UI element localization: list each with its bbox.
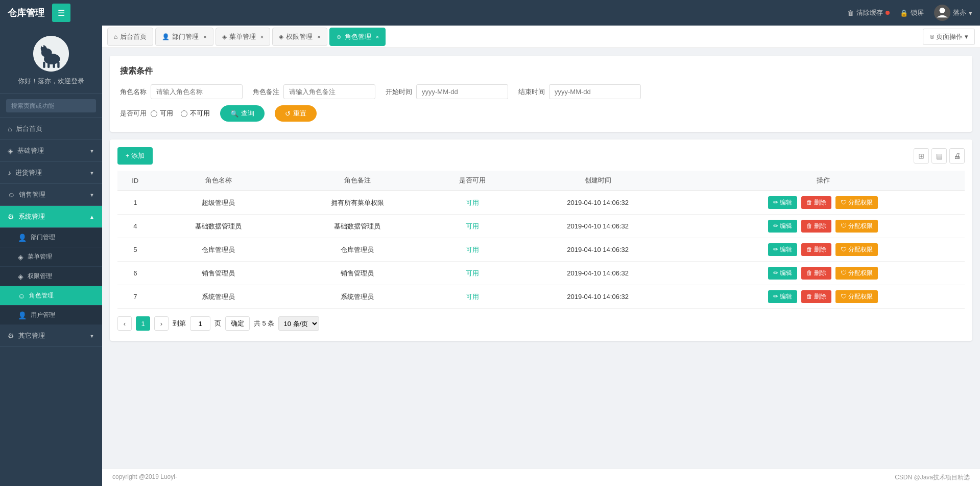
sidebar-search-input[interactable] <box>6 99 96 112</box>
status-badge[interactable]: 可用 <box>466 222 479 230</box>
sidebar-item-home[interactable]: ⌂ 后台首页 <box>0 118 102 140</box>
sidebar-menu-label: 菜单管理 <box>28 252 52 261</box>
menu-tab-icon: ◈ <box>222 33 227 40</box>
tab-perm[interactable]: ◈ 权限管理 × <box>272 28 327 46</box>
edit-button[interactable]: ✏ 编辑 <box>768 196 797 209</box>
sidebar-item-user[interactable]: 👤 用户管理 <box>0 306 102 325</box>
lock-screen-action[interactable]: 🔒 锁屏 <box>900 8 924 17</box>
edit-button[interactable]: ✏ 编辑 <box>768 267 797 280</box>
role-name-label: 角色名称 <box>120 87 147 97</box>
search-row-2: 是否可用 可用 不可用 🔍 查询 <box>120 105 962 122</box>
radio-available[interactable]: 可用 <box>151 109 173 118</box>
tab-perm-label: 权限管理 <box>286 32 313 41</box>
delete-button[interactable]: 🗑 删除 <box>801 290 831 303</box>
user-menu[interactable]: 落亦 ▾ <box>934 5 972 21</box>
page-unit-label: 页 <box>214 319 221 328</box>
sidebar-item-sales[interactable]: ☺ 销售管理 ▼ <box>0 184 102 206</box>
page-number-input[interactable] <box>190 316 210 331</box>
card-view-button[interactable]: ▤ <box>931 148 947 164</box>
delete-button[interactable]: 🗑 删除 <box>801 220 831 233</box>
print-button[interactable]: 🖨 <box>949 148 965 164</box>
tab-menu[interactable]: ◈ 菜单管理 × <box>216 28 270 46</box>
svg-rect-7 <box>53 63 55 68</box>
sidebar-item-system[interactable]: ⚙ 系统管理 ▲ <box>0 206 102 228</box>
delete-button[interactable]: 🗑 删除 <box>801 243 831 256</box>
sidebar-item-dept[interactable]: 👤 部门管理 <box>0 228 102 247</box>
available-label: 是否可用 <box>120 109 147 118</box>
role-name-field: 角色名称 <box>120 84 243 99</box>
prev-page-button[interactable]: ‹ <box>117 316 132 331</box>
radio-unavailable[interactable]: 不可用 <box>181 109 210 118</box>
table-body: 1 超级管理员 拥有所有菜单权限 可用 2019-04-10 14:06:32 … <box>117 191 965 309</box>
close-menu-tab-icon[interactable]: × <box>260 34 264 40</box>
page-confirm-button[interactable]: 确定 <box>225 316 250 331</box>
role-icon: ☺ <box>18 292 25 300</box>
add-button[interactable]: + 添加 <box>117 147 153 165</box>
tab-home[interactable]: ⌂ 后台首页 <box>107 28 153 46</box>
sidebar-greeting: 你好！落亦，欢迎登录 <box>18 77 84 86</box>
purchase-icon: ♪ <box>8 169 11 177</box>
next-page-button[interactable]: › <box>154 316 169 331</box>
close-dept-tab-icon[interactable]: × <box>203 34 206 40</box>
end-time-input[interactable] <box>549 84 641 99</box>
page-1-button[interactable]: 1 <box>136 316 150 331</box>
menu-toggle-button[interactable]: ☰ <box>52 4 70 22</box>
avatar <box>934 5 950 21</box>
dept-icon: 👤 <box>18 234 27 242</box>
per-page-select[interactable]: 10 条/页 20 条/页 50 条/页 <box>278 316 319 331</box>
svg-point-10 <box>42 45 44 47</box>
assign-perms-button[interactable]: 🛡 分配权限 <box>835 267 878 280</box>
trash-icon: 🗑 <box>847 9 854 17</box>
sidebar-item-purchase[interactable]: ♪ 进货管理 ▼ <box>0 162 102 184</box>
cell-name: 销售管理员 <box>153 262 284 285</box>
pagination: ‹ 1 › 到第 页 确定 共 5 条 10 条/页 20 条/页 50 条/页 <box>117 309 965 333</box>
tab-dept[interactable]: 👤 部门管理 × <box>155 28 213 46</box>
status-badge[interactable]: 可用 <box>466 246 479 253</box>
cell-note: 销售管理员 <box>284 262 431 285</box>
edit-button[interactable]: ✏ 编辑 <box>768 290 797 303</box>
cell-created: 2019-04-10 14:06:32 <box>514 191 682 215</box>
status-badge[interactable]: 可用 <box>466 269 479 277</box>
assign-perms-button[interactable]: 🛡 分配权限 <box>835 196 878 209</box>
sidebar-item-role[interactable]: ☺ 角色管理 <box>0 286 102 306</box>
system-icon: ⚙ <box>8 213 14 221</box>
role-name-input[interactable] <box>151 84 243 99</box>
assign-perms-button[interactable]: 🛡 分配权限 <box>835 220 878 233</box>
sidebar-item-perm[interactable]: ◈ 权限管理 <box>0 267 102 286</box>
sidebar-item-menu[interactable]: ◈ 菜单管理 <box>0 247 102 267</box>
status-badge[interactable]: 可用 <box>466 293 479 300</box>
header-right: 🗑 清除缓存 🔒 锁屏 落亦 ▾ <box>847 5 972 21</box>
tabs-list: ⌂ 后台首页 👤 部门管理 × ◈ 菜单管理 × ◈ 权限管理 × <box>107 26 386 48</box>
sidebar-search-section <box>0 94 102 118</box>
chevron-up-icon: ▲ <box>89 214 94 220</box>
basic-icon: ◈ <box>8 147 13 155</box>
assign-perms-button[interactable]: 🛡 分配权限 <box>835 243 878 256</box>
start-time-input[interactable] <box>416 84 508 99</box>
user-dropdown-arrow-icon: ▾ <box>969 9 972 17</box>
edit-button[interactable]: ✏ 编辑 <box>768 220 797 233</box>
grid-view-button[interactable]: ⊞ <box>914 148 929 164</box>
other-icon: ⚙ <box>8 332 14 340</box>
close-perm-tab-icon[interactable]: × <box>317 34 320 40</box>
role-note-input[interactable] <box>283 84 375 99</box>
tab-role[interactable]: ☺ 角色管理 × <box>329 28 386 46</box>
delete-button[interactable]: 🗑 删除 <box>801 196 831 209</box>
clear-cache-action[interactable]: 🗑 清除缓存 <box>847 8 890 17</box>
cell-id: 5 <box>117 238 153 262</box>
page-ops-button[interactable]: ⊙ 页面操作 ▾ <box>923 29 975 45</box>
delete-button[interactable]: 🗑 删除 <box>801 267 831 280</box>
end-time-label: 结束时间 <box>518 87 545 97</box>
status-badge[interactable]: 可用 <box>466 199 479 206</box>
assign-perms-button[interactable]: 🛡 分配权限 <box>835 290 878 303</box>
sidebar-item-other[interactable]: ⚙ 其它管理 ▼ <box>0 325 102 347</box>
chevron-down-icon: ▼ <box>89 148 94 154</box>
sidebar-item-basic[interactable]: ◈ 基础管理 ▼ <box>0 140 102 162</box>
home-tab-icon: ⌂ <box>114 33 117 40</box>
system-submenu: 👤 部门管理 ◈ 菜单管理 ◈ 权限管理 <box>0 228 102 325</box>
reset-button[interactable]: ↺ 重置 <box>275 105 317 122</box>
cell-created: 2019-04-10 14:06:32 <box>514 238 682 262</box>
search-button[interactable]: 🔍 查询 <box>220 105 265 122</box>
close-role-tab-icon[interactable]: × <box>376 34 379 40</box>
cell-name: 系统管理员 <box>153 285 284 309</box>
edit-button[interactable]: ✏ 编辑 <box>768 243 797 256</box>
